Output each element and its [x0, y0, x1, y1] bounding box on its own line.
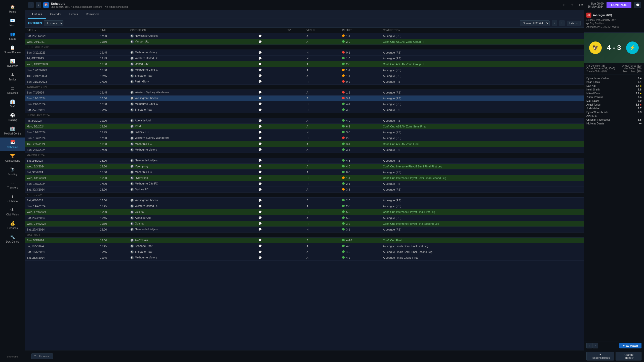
back-button[interactable]: ‹ [28, 2, 34, 8]
yth-fixtures-button[interactable]: Yth Fixtures › [31, 353, 53, 359]
table-row[interactable]: Sun, 14/4/2024 19:45 ⚽Western United FC … [25, 203, 584, 209]
fm-button[interactable]: FM [578, 3, 585, 7]
forward-button[interactable]: › [36, 2, 41, 8]
season-prev-button[interactable]: ‹ [552, 20, 557, 26]
opposition-cell: ⚽Brisbane Roar [129, 243, 257, 249]
sidebar-item-home[interactable]: 🏠 Home [0, 2, 25, 16]
table-row[interactable]: Sun, 11/2/2024 19:45 ⚽Sydney FC 💬 H 3-0 … [25, 129, 584, 135]
result-badge [342, 74, 345, 77]
table-row[interactable]: Wed, 29/11/2... 19:30 ⚽Yangon Utd 💬 A 2-… [25, 39, 584, 45]
table-row[interactable]: MAY 2024 [25, 232, 584, 237]
season-next-button[interactable]: › [559, 20, 565, 26]
table-row[interactable]: Sat, 6/4/2024 15:00 ⚽Wellington Phoenix … [25, 198, 584, 203]
season-selector[interactable]: Season 2023/24 [520, 20, 550, 26]
tab-fixtures[interactable]: Fixtures [28, 10, 46, 19]
table-row[interactable]: Sun, 17/12/2023 17:00 ⚽Melbourne City FC… [25, 67, 584, 73]
filter-button[interactable]: Filter ▾ [567, 21, 581, 26]
arrange-friendly-button[interactable]: Arrange Friendly [616, 352, 641, 360]
table-row[interactable]: Wed, 17/4/2024 19:30 ⚽Odisha 💬 H 5-0 Con… [25, 209, 584, 215]
table-row[interactable]: Fri, 8/12/2023 19:45 ⚽Western United FC … [25, 56, 584, 61]
continue-button[interactable]: CONTINUE [607, 2, 631, 8]
competition-cell: A-League (RS) [381, 227, 584, 232]
table-row[interactable]: Thu, 21/12/2023 18:45 ⚽Brisbane Roar 💬 A… [25, 73, 584, 79]
view-match-button[interactable]: View Match [619, 343, 641, 348]
sidebar-item-medical[interactable]: 🏥 Medical Centre [0, 124, 25, 138]
time-cell: 17:00 [98, 67, 129, 73]
competition-cell: A-League (RS) [381, 169, 584, 175]
table-row[interactable]: Sat, 25/11/2023 17:30 ⚽Newcastle Utd jet… [25, 33, 584, 39]
sidebar-item-finances[interactable]: 💰 Finances [0, 218, 25, 232]
time-cell: 18:00 [98, 169, 129, 175]
sidebar-item-transfers[interactable]: ↔ Transfers [0, 178, 25, 192]
team-icon: ⚽ [130, 68, 134, 72]
table-row[interactable]: Sun, 31/12/2023 17:00 ⚽Perth Glory 💬 H 0… [25, 79, 584, 84]
next-match-button[interactable]: › [592, 343, 598, 348]
sidebar-item-competitions[interactable]: 🏆 Competitions [0, 151, 25, 165]
chat-button[interactable]: 💬 [634, 2, 641, 8]
table-row[interactable]: Sun, 7/1/2024 19:45 ⚽Western Sydney Wand… [25, 89, 584, 95]
table-row[interactable]: Sun, 18/2/2024 17:00 ⚽Western Sydney Wan… [25, 135, 584, 141]
table-row[interactable]: Sun, 3/12/2023 19:45 ⚽Melbourne Victory … [25, 50, 584, 56]
sidebar-item-tactics[interactable]: ♟ Tactics [0, 70, 25, 83]
table-row[interactable]: Thu, 22/2/2024 19:30 ⚽Macarthur FC 💬 A 3… [25, 141, 584, 147]
table-row[interactable]: Sun, 21/1/2024 17:00 ⚽Melbourne City FC … [25, 101, 584, 107]
table-row[interactable]: Sun, 14/1/2024 17:00 ⚽Wellington Phoenix… [25, 95, 584, 101]
table-row[interactable]: Sat, 30/3/2024 15:00 ⚽Sydney FC 💬 A 3-3 … [25, 187, 584, 193]
sidebar-item-staff[interactable]: 👔 Staff [0, 97, 25, 110]
table-row[interactable]: Sat, 9/3/2024 18:00 ⚽Macarthur FC 💬 A 8-… [25, 169, 584, 175]
sidebar-item-squad-planner[interactable]: 📋 Squad Planner [0, 43, 25, 56]
table-row[interactable]: Wed, 13/12/2023 19:30 ⚽United City 💬 A 2… [25, 61, 584, 67]
table-row[interactable]: Sat, 27/1/2024 19:45 ⚽Brisbane Roar 💬 H … [25, 107, 584, 113]
table-row[interactable]: Fri, 2/2/2024 19:00 ⚽Adelaide Utd 💬 A 4-… [25, 118, 584, 124]
time-cell: 19:30 [98, 163, 129, 169]
id-button[interactable]: ID [561, 3, 567, 7]
venue-cell: A [305, 73, 341, 79]
sidebar-item-inbox[interactable]: 📧 Inbox [0, 16, 25, 29]
table-row[interactable]: Wed, 13/3/2024 19:30 ⚽Ryomyong 💬 H 1-1 C… [25, 175, 584, 181]
table-row[interactable]: DECEMBER 2023 [25, 45, 584, 50]
table-row[interactable]: Mon, 5/2/2024 19:30 ⚽PSM 💬 A 6-2 Conf. C… [25, 124, 584, 129]
tab-events[interactable]: Events [65, 10, 82, 19]
table-row[interactable]: Sat, 18/5/2024 19:45 ⚽Brisbane Roar 💬 A … [25, 249, 584, 255]
table-row[interactable]: Sun, 25/2/2024 17:00 ⚽Melbourne Victory … [25, 147, 584, 153]
tab-reminders[interactable]: Reminders [82, 10, 103, 19]
sidebar-item-club-vision[interactable]: 👁 Club Vision [0, 205, 25, 218]
venue-cell: A [305, 141, 341, 147]
scorers-row: Fin Conchie (33) Oskar Zawada (37, 90+6)… [586, 64, 641, 73]
table-row[interactable]: Sat, 25/5/2024 19:45 ⚽Melbourne Victory … [25, 255, 584, 261]
table-row[interactable]: Sun, 5/5/2024 19:30 ⚽Al-Zawra'a 💬 A e 4-… [25, 237, 584, 243]
table-row[interactable]: Sun, 17/3/2024 17:00 ⚽Melbourne City FC … [25, 181, 584, 187]
sidebar-item-dynamics[interactable]: 📊 Dynamics [0, 56, 25, 70]
table-row[interactable]: Fri, 10/5/2024 19:45 ⚽Brisbane Roar 💬 A … [25, 243, 584, 249]
table-row[interactable]: Sat, 2/3/2024 18:00 ⚽Newcastle Utd jets … [25, 158, 584, 163]
sidebar-item-training[interactable]: ⚽ Training [0, 110, 25, 124]
chat-icon-cell: 💬 [257, 56, 277, 61]
table-row[interactable]: Sat, 27/4/2024 15:00 ⚽Newcastle Utd jets… [25, 227, 584, 232]
table-row[interactable]: Wed, 24/4/2024 19:30 ⚽Odisha 💬 H 3-2 Con… [25, 221, 584, 227]
tab-calendar[interactable]: Calendar [46, 10, 65, 19]
sidebar-item-schedule[interactable]: 📅 Schedule [0, 138, 25, 151]
table-row[interactable]: MARCH 2024 [25, 153, 584, 158]
responsibilities-button[interactable]: ✦ Responsibilities [586, 352, 614, 360]
time-cell: 19:45 [98, 50, 129, 56]
sidebar-item-scouting[interactable]: 🔭 Scouting [0, 165, 25, 178]
rating-row: Christian Theoharous 6.5 [586, 118, 641, 122]
sidebar-item-data-hub[interactable]: 🗃 Data Hub [0, 83, 25, 97]
table-row[interactable]: APRIL 2024 [25, 193, 584, 198]
info-icon-cell [277, 39, 286, 45]
opposition-cell: ⚽Western Sydney Wanderers [129, 89, 257, 95]
help-button[interactable]: ? [570, 3, 575, 7]
opposition-cell: ⚽Odisha [129, 209, 257, 215]
sidebar-item-club-info[interactable]: ℹ Club Info [0, 192, 25, 205]
table-row[interactable]: JANUARY 2024 [25, 84, 584, 89]
table-row[interactable]: FEBRUARY 2024 [25, 113, 584, 118]
sidebar-item-dev-centre[interactable]: 🔧 Dev. Centre [0, 232, 25, 246]
fixtures-type-dropdown[interactable]: Fixtures Results [44, 20, 63, 26]
date-cell: Sun, 31/12/2023 [25, 79, 98, 84]
prev-match-button[interactable]: ‹ [586, 343, 592, 348]
table-row[interactable]: Sat, 20/4/2024 19:45 ⚽Adelaide Utd 💬 A 5… [25, 215, 584, 221]
table-row[interactable]: Wed, 6/3/2024 19:30 ⚽Ryomyong 💬 A 4-0 Co… [25, 163, 584, 169]
date-cell: Sun, 18/2/2024 [25, 135, 98, 141]
sidebar-item-squad[interactable]: 👥 Squad [0, 29, 25, 43]
result-cell: 6-2 [341, 124, 381, 129]
